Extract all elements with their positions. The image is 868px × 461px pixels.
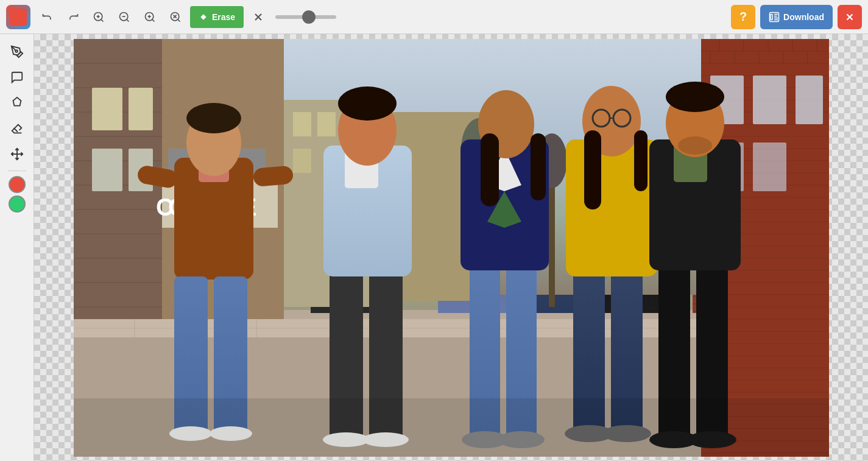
zoom-reset-button[interactable]: [164, 6, 186, 28]
svg-line-10: [178, 19, 180, 21]
canvas-area[interactable]: OFFEE: [34, 34, 868, 461]
brush-tool-button[interactable]: [5, 40, 29, 63]
redo-button[interactable]: [62, 6, 84, 28]
move-tool-button[interactable]: [5, 143, 29, 166]
close-window-button[interactable]: [838, 5, 862, 29]
svg-point-27: [15, 50, 18, 52]
person-5: [579, 55, 677, 365]
app-icon: [6, 5, 30, 29]
zoom-out-button[interactable]: [113, 6, 135, 28]
person-3: [428, 72, 526, 364]
svg-marker-13: [200, 14, 206, 19]
svg-line-6: [127, 19, 129, 21]
eraser-tool-button[interactable]: [5, 117, 29, 140]
svg-line-3: [101, 19, 104, 21]
zoom-fit-button[interactable]: [139, 6, 161, 28]
main-image: OFFEE: [74, 39, 829, 457]
help-button[interactable]: ?: [731, 5, 755, 29]
person-2: [300, 51, 406, 365]
svg-marker-28: [13, 97, 21, 106]
download-button[interactable]: Download: [760, 5, 833, 29]
person-1: [172, 64, 278, 365]
toolbar-right: ? Download: [731, 5, 862, 29]
left-sidebar: [0, 34, 34, 461]
color-red-button[interactable]: [9, 176, 26, 193]
brush-size-slider[interactable]: [275, 15, 336, 19]
sidebar-divider: [8, 171, 26, 171]
undo-button[interactable]: [37, 6, 58, 28]
main-toolbar: Erase ?: [0, 0, 868, 34]
color-green-button[interactable]: [9, 195, 26, 213]
svg-line-8: [152, 19, 155, 21]
erase-button[interactable]: Erase: [190, 6, 244, 28]
zoom-in-button[interactable]: [88, 6, 110, 28]
image-container: OFFEE: [74, 39, 829, 457]
cancel-button[interactable]: [247, 6, 269, 28]
main-content: OFFEE: [0, 34, 868, 461]
comment-tool-button[interactable]: [5, 66, 29, 89]
lasso-tool-button[interactable]: [5, 91, 29, 114]
